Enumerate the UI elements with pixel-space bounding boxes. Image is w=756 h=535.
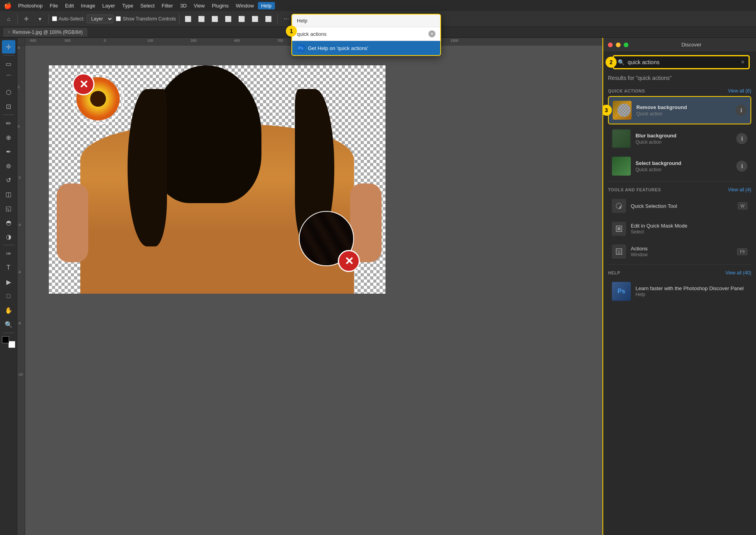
tool-separator-4 <box>3 333 14 333</box>
tool-separator-1 <box>3 55 14 56</box>
transform-controls-checkbox[interactable] <box>116 16 121 21</box>
canvas-viewport: ✕ ✕ <box>25 46 614 535</box>
select-background-info-icon[interactable]: ℹ <box>736 161 747 172</box>
distribute-icon[interactable]: ⬜ <box>263 13 274 24</box>
menu-edit[interactable]: Edit <box>62 2 77 9</box>
discover-clear-button[interactable]: × <box>741 59 745 66</box>
traffic-light-maximize[interactable] <box>624 43 628 47</box>
menu-help[interactable]: Help <box>258 2 275 9</box>
quick-actions-view-all[interactable]: View all (6) <box>728 88 751 94</box>
quick-mask-item[interactable]: Edit in Quick Mask Mode Select <box>608 218 751 240</box>
healing-brush-button[interactable]: ⊕ <box>2 131 15 144</box>
menu-file[interactable]: File <box>46 2 61 9</box>
quick-actions-header: QUICK ACTIONS View all (6) <box>608 84 751 96</box>
transform-controls-toggle[interactable]: Show Transform Controls <box>116 16 176 22</box>
apple-menu[interactable]: 🍎 <box>4 2 12 9</box>
figure-hair <box>151 65 261 203</box>
crop-tool-button[interactable]: ⊡ <box>2 100 15 113</box>
home-button[interactable]: ⌂ <box>3 13 14 24</box>
auto-select-checkbox[interactable] <box>52 16 57 21</box>
foreground-color-swatch[interactable] <box>2 336 9 343</box>
select-background-title: Select background <box>636 160 732 166</box>
menu-type[interactable]: Type <box>119 2 136 9</box>
tab-close-button[interactable]: × <box>8 30 10 34</box>
blur-background-item[interactable]: Blur background Quick action ℹ <box>608 125 751 152</box>
align-right-icon[interactable]: ⬜ <box>209 13 220 24</box>
more-options-icon[interactable]: ⋯ <box>281 13 292 24</box>
menu-layer[interactable]: Layer <box>99 2 119 9</box>
hand-tool-button[interactable]: ✋ <box>2 304 15 317</box>
eraser-tool-button[interactable]: ◫ <box>2 187 15 201</box>
gradient-tool-button[interactable]: ◱ <box>2 202 15 215</box>
background-color-swatch[interactable] <box>8 341 15 348</box>
help-result-item[interactable]: Ps Get Help on 'quick actions' <box>292 41 440 55</box>
discover-panel-help-item[interactable]: Learn faster with the Photoshop Discover… <box>608 278 751 305</box>
help-section-view-all[interactable]: View all (40) <box>725 270 751 276</box>
menu-plugins[interactable]: Plugins <box>209 2 232 9</box>
blur-background-title: Blur background <box>636 133 732 139</box>
remove-background-thumb <box>613 101 632 120</box>
quick-selection-tool-item[interactable]: Quick Selection Tool W <box>608 195 751 217</box>
select-bg-thumbnail <box>612 157 631 176</box>
align-center-v-icon[interactable]: ⬜ <box>236 13 247 24</box>
dodge-tool-button[interactable]: ◑ <box>2 230 15 243</box>
path-selection-button[interactable]: ▶ <box>2 275 15 289</box>
text-tool-button[interactable]: T <box>2 261 15 274</box>
align-bottom-icon[interactable]: ⬜ <box>250 13 261 24</box>
actions-shortcut: F9 <box>737 248 747 255</box>
tools-features-view-all[interactable]: View all (4) <box>728 187 751 193</box>
blur-bg-thumbnail <box>612 129 631 148</box>
menu-image[interactable]: Image <box>78 2 98 9</box>
align-center-h-icon[interactable]: ⬜ <box>196 13 207 24</box>
quick-selection-shortcut: W <box>738 202 747 209</box>
discover-search-box[interactable]: 🔍 × <box>613 55 750 69</box>
actions-icon <box>612 244 626 259</box>
discover-results: Results for "quick actions" QUICK ACTION… <box>603 71 756 535</box>
left-ruler-mark-3: 0 <box>18 124 20 128</box>
menu-view[interactable]: View <box>191 2 208 9</box>
traffic-light-close[interactable] <box>608 43 613 47</box>
help-section-header: HELP View all (40) <box>608 266 751 278</box>
stamp-tool-button[interactable]: ⊚ <box>2 159 15 172</box>
svg-rect-2 <box>617 227 621 230</box>
lasso-tool-button[interactable]: ⌒ <box>2 71 15 85</box>
move-tool-icon[interactable]: ✛ <box>21 13 32 24</box>
foreground-background-colors[interactable] <box>2 336 15 348</box>
x-mark-2: ✕ <box>338 250 360 272</box>
active-tab[interactable]: × Remove-1.jpg @ 100% (RGB/8#) <box>3 28 87 37</box>
actions-name: Actions <box>631 246 732 252</box>
blur-tool-button[interactable]: ◓ <box>2 216 15 229</box>
auto-select-toggle[interactable]: Auto-Select: <box>52 16 84 22</box>
image-canvas[interactable]: ✕ ✕ <box>49 65 385 294</box>
menu-window[interactable]: Window <box>233 2 257 9</box>
help-search-input[interactable] <box>297 31 425 37</box>
move-arrow-icon[interactable]: ▾ <box>34 13 45 24</box>
pen-tool-button[interactable]: ✑ <box>2 247 15 260</box>
quick-mask-name: Edit in Quick Mask Mode <box>631 223 747 229</box>
shape-tool-button[interactable]: □ <box>2 289 15 303</box>
menu-filter[interactable]: Filter <box>159 2 176 9</box>
layer-select[interactable]: Layer Group <box>87 15 113 23</box>
menu-photoshop[interactable]: Photoshop <box>15 2 46 9</box>
align-left-icon[interactable]: ⬜ <box>183 13 194 24</box>
help-clear-button[interactable]: × <box>428 30 435 37</box>
select-background-item[interactable]: Select background Quick action ℹ <box>608 153 751 180</box>
actions-category: Window <box>631 252 732 257</box>
quick-selection-tool-name: Quick Selection Tool <box>631 203 733 209</box>
menu-select[interactable]: Select <box>137 2 158 9</box>
object-selection-button[interactable]: ⬡ <box>2 85 15 99</box>
zoom-tool-button[interactable]: 🔍 <box>2 318 15 331</box>
discover-search-input[interactable] <box>628 59 738 65</box>
remove-background-item[interactable]: Remove background Quick action ℹ <box>608 96 751 124</box>
marquee-tool-button[interactable]: ▭ <box>2 57 15 70</box>
traffic-light-minimize[interactable] <box>616 43 621 47</box>
brush-tool-button[interactable]: ✒ <box>2 145 15 158</box>
actions-item[interactable]: Actions Window F9 <box>608 241 751 263</box>
blur-background-info-icon[interactable]: ℹ <box>736 133 747 144</box>
history-brush-button[interactable]: ↺ <box>2 173 15 187</box>
move-tool-button[interactable]: ✛ <box>2 40 15 54</box>
align-top-icon[interactable]: ⬜ <box>223 13 234 24</box>
menu-3d[interactable]: 3D <box>177 2 190 9</box>
remove-background-info-icon[interactable]: ℹ <box>736 105 747 116</box>
eyedropper-tool-button[interactable]: ✏ <box>2 117 15 130</box>
